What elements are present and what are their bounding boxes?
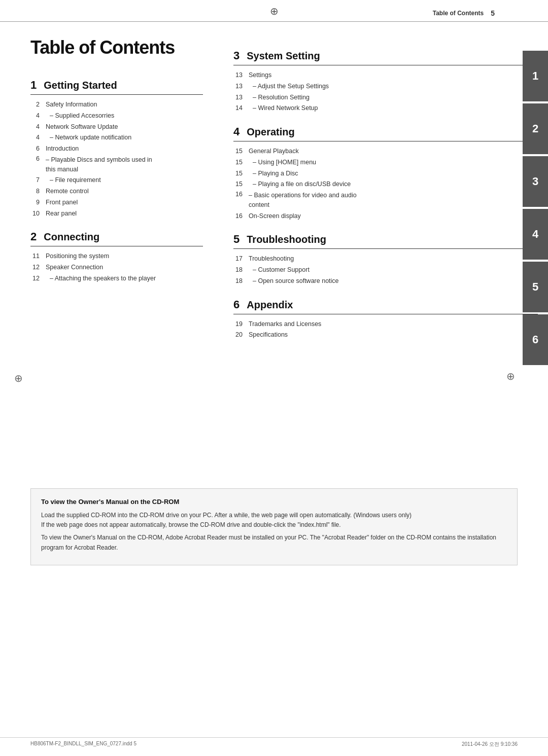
toc-entry: 15 – Playing a Disc: [233, 169, 538, 178]
footer-left: HB806TM-F2_BINDLL_SIM_ENG_0727.indd 5: [30, 741, 136, 748]
toc-entry: 6 Introduction: [30, 144, 203, 154]
section-5-num: 5: [233, 233, 239, 246]
section-1-title: Getting Started: [44, 80, 117, 91]
info-box-text-1: Load the supplied CD-ROM into the CD-ROM…: [41, 511, 507, 530]
toc-entry: 15 General Playback: [233, 147, 538, 156]
section-2-title: Connecting: [44, 231, 99, 243]
section-3-heading: 3 System Setting: [233, 49, 538, 65]
toc-entry: 19 Trademarks and Licenses: [233, 319, 538, 329]
right-column: 3 System Setting 13 Settings 13 – Adjust…: [218, 37, 548, 468]
info-box-title: To view the Owner's Manual on the CD-ROM: [41, 498, 507, 506]
toc-entry: 7 – File requirement: [30, 175, 203, 185]
main-content: Table of Contents 1 Getting Started 2 Sa…: [0, 22, 548, 478]
right-compass-icon: ⊕: [506, 370, 515, 382]
toc-entry: 4 – Network update notification: [30, 133, 203, 142]
section-4-title: Operating: [247, 126, 294, 138]
toc-entry: 4 Network Software Update: [30, 122, 203, 132]
info-box-text-2: To view the Owner's Manual on the CD-ROM…: [41, 533, 507, 552]
section-6-num: 6: [233, 298, 239, 311]
side-tab-3[interactable]: 3: [523, 156, 548, 207]
toc-entry: 8 Remote control: [30, 187, 203, 196]
section-4-heading: 4 Operating: [233, 125, 538, 141]
section-2-heading: 2 Connecting: [30, 230, 203, 246]
section-3-title: System Setting: [247, 50, 320, 62]
toc-entry: 13 – Adjust the Setup Settings: [233, 82, 538, 91]
left-column: Table of Contents 1 Getting Started 2 Sa…: [0, 37, 218, 468]
toc-entry: 14 – Wired Network Setup: [233, 103, 538, 113]
footer-right: 2011-04-26 오전 9:10:36: [462, 741, 518, 748]
toc-entry: 13 Settings: [233, 70, 538, 80]
header-label: Table of Contents: [433, 10, 484, 17]
side-tab-5[interactable]: 5: [523, 262, 548, 312]
page-footer: HB806TM-F2_BINDLL_SIM_ENG_0727.indd 5 20…: [0, 737, 548, 751]
toc-entry: 15 – Using [HOME] menu: [233, 158, 538, 167]
section-6-title: Appendix: [247, 299, 293, 311]
header-page-num: 5: [491, 9, 495, 17]
toc-entry: 17 Troubleshooting: [233, 254, 538, 264]
toc-entry-multi: 16 – Basic operations for video and audi…: [233, 191, 538, 210]
toc-entry: 10 Rear panel: [30, 209, 203, 219]
section-1-num: 1: [30, 79, 37, 92]
toc-entry-multi: 6 – Playable Discs and symbols used inth…: [30, 155, 203, 174]
side-tab-6[interactable]: 6: [523, 314, 548, 365]
section-5-heading: 5 Troubleshooting: [233, 233, 538, 249]
left-compass-icon: ⊕: [14, 372, 23, 384]
section-4-num: 4: [233, 125, 239, 138]
section-3-num: 3: [233, 49, 239, 62]
top-compass-icon: ⊕: [270, 5, 279, 17]
section-5-title: Troubleshooting: [247, 234, 326, 245]
side-tab-1[interactable]: 1: [523, 51, 548, 101]
side-tab-2[interactable]: 2: [523, 103, 548, 154]
toc-entry: 9 Front panel: [30, 198, 203, 207]
toc-entry: 15 – Playing a file on disc/USB device: [233, 179, 538, 189]
section-6-heading: 6 Appendix: [233, 298, 538, 314]
page-wrapper: ⊕ Table of Contents 5 ⊕ Table of Content…: [0, 0, 548, 756]
toc-entry: 18 – Open source software notice: [233, 276, 538, 286]
toc-entry: 12 – Attaching the speakers to the playe…: [30, 274, 203, 283]
toc-entry: 20 Specifications: [233, 330, 538, 340]
side-tabs: 1 2 3 4 5 6: [523, 51, 548, 367]
toc-entry: 18 – Customer Support: [233, 265, 538, 275]
toc-entry: 4 – Supplied Accesorries: [30, 111, 203, 121]
side-tab-4[interactable]: 4: [523, 209, 548, 260]
toc-entry: 12 Speaker Connection: [30, 263, 203, 272]
toc-entry: 16 On-Screen display: [233, 211, 538, 221]
toc-entry: 11 Positioning the system: [30, 251, 203, 261]
section-2-num: 2: [30, 230, 37, 243]
page-title: Table of Contents: [30, 37, 203, 58]
info-box: To view the Owner's Manual on the CD-ROM…: [30, 488, 518, 565]
section-1-heading: 1 Getting Started: [30, 79, 203, 95]
toc-entry: 13 – Resolution Setting: [233, 93, 538, 102]
toc-entry: 2 Safety Information: [30, 100, 203, 110]
